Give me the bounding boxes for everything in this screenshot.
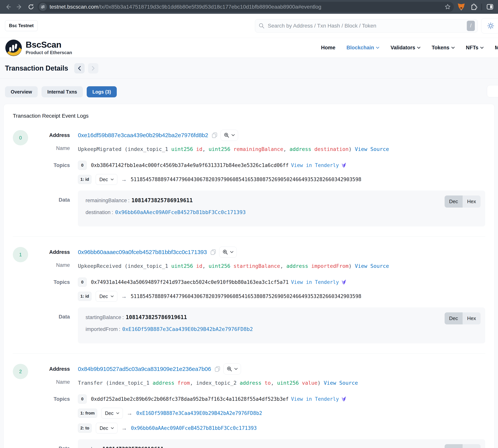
chevron-down-icon	[111, 295, 114, 297]
nav-more[interactable]: More	[495, 45, 498, 51]
sig-param: id	[196, 263, 202, 269]
address-label: Address	[32, 132, 70, 138]
log-address-link[interactable]: 0x84b9b910527ad5c03a9ca831909e21e236ea7b…	[78, 366, 211, 372]
data-box: value:1081473825786919611 Dec Hex	[78, 439, 485, 448]
topics-label: Topics	[32, 396, 70, 402]
zoom-in-icon	[224, 132, 230, 138]
bscscan-logo-mark	[5, 39, 22, 56]
nav-tokens[interactable]: Tokens	[432, 45, 455, 51]
arrow-right-glyph: →	[127, 410, 133, 416]
dec-hex-toggle: Dec Hex	[445, 195, 481, 208]
theme-toggle-button[interactable]	[481, 18, 498, 33]
colon: :	[121, 314, 126, 321]
browser-back-button[interactable]	[3, 2, 13, 12]
log-address-link[interactable]: 0xe16df59b887e3caa439e0b29b42ba2e7976fd8…	[78, 132, 208, 139]
sig-text: ,	[283, 146, 290, 152]
prev-txn-button[interactable]	[74, 63, 84, 73]
search-input[interactable]	[268, 23, 464, 29]
copy-address-button[interactable]	[214, 366, 221, 372]
sig-text: Transfer (index_topic_1	[78, 380, 152, 386]
next-txn-button[interactable]	[88, 63, 98, 73]
side-panel-icon[interactable]	[486, 3, 494, 11]
browser-address-bar[interactable]: testnet.bscscan.com/tx/0x85b3a147518719d…	[37, 2, 454, 12]
dec-button[interactable]: Dec	[445, 312, 463, 324]
colon: :	[118, 325, 122, 333]
tenderly-icon	[341, 162, 347, 168]
url-text: testnet.bscscan.com/tx/0x85b3a147518719d…	[50, 4, 442, 10]
data-label: Data	[32, 307, 70, 320]
topic-decoder-select[interactable]: Dec	[96, 291, 117, 302]
sig-text: ,	[202, 146, 209, 152]
hex-button[interactable]: Hex	[463, 444, 481, 448]
metamask-icon[interactable]	[457, 3, 465, 11]
search-box[interactable]: /	[255, 19, 478, 32]
nav-home[interactable]: Home	[321, 45, 335, 51]
topics-label: Topics	[32, 279, 70, 285]
extensions-puzzle-icon[interactable]	[469, 3, 477, 11]
tenderly-icon	[341, 396, 347, 402]
main-nav: Home Blockchain Validators Tokens NFTs M…	[321, 45, 498, 51]
view-source-link[interactable]: View Source	[324, 380, 358, 386]
address-label: Address	[32, 249, 70, 255]
nav-validators[interactable]: Validators	[390, 45, 420, 51]
topic-decoder-select[interactable]: Dec	[101, 408, 123, 418]
data-row: importedFrom:0xE16Df59B887e3Caa439E0b29B…	[85, 325, 478, 333]
browser-refresh-button[interactable]	[26, 2, 36, 12]
data-key: remainingBalance	[85, 197, 127, 204]
sig-type: uint256	[171, 263, 196, 269]
colon: :	[98, 445, 103, 448]
sig-text: ,	[202, 263, 209, 269]
view-in-tenderly-link[interactable]: View in Tenderly	[291, 279, 339, 285]
address-inspect-button[interactable]	[220, 130, 238, 141]
view-in-tenderly-link[interactable]: View in Tenderly	[291, 396, 339, 402]
topic-index-badge: 1: id	[78, 175, 91, 184]
topic-index-badge: 0	[78, 278, 87, 287]
copy-address-button[interactable]	[211, 132, 218, 139]
topic-value-link[interactable]: 0x96bb60aAAec09A0FceB4527b81bbF3Cc0c1713…	[131, 425, 257, 431]
nav-blockchain[interactable]: Blockchain	[347, 45, 379, 51]
copy-address-button[interactable]	[210, 249, 216, 255]
chevron-down-icon	[480, 47, 484, 49]
view-source-link[interactable]: View Source	[355, 146, 389, 152]
browser-forward-button[interactable]	[15, 2, 24, 12]
data-value: 1081473825786919611	[102, 445, 164, 448]
data-value-link[interactable]: 0xE16Df59B887e3Caa439E0b29B42bA2e7976FD8…	[122, 325, 253, 333]
topic-value-link[interactable]: 0xE16Df59B887e3Caa439E0b29B42bA2e7976FD8…	[136, 410, 262, 416]
sig-type: address	[289, 146, 314, 152]
event-logs-card: Transaction Receipt Event Logs 0 Address…	[3, 104, 495, 448]
bookmark-star-icon[interactable]	[444, 3, 451, 10]
address-inspect-button[interactable]	[219, 247, 237, 258]
event-signature: UpkeepReceived (index_topic_1 uint256 id…	[78, 262, 389, 270]
view-source-link[interactable]: View Source	[355, 263, 389, 269]
search-area: /	[255, 18, 498, 33]
tabs-overflow-button[interactable]	[487, 85, 498, 97]
bscscan-logo[interactable]: BscScan Product of Etherscan	[5, 39, 72, 56]
data-value-link[interactable]: 0x96bb60aAAec09A0FceB4527b81bbF3Cc0c1713…	[115, 208, 246, 216]
topic-decoder-select[interactable]: Dec	[96, 423, 117, 433]
view-in-tenderly-link[interactable]: View in Tenderly	[291, 162, 339, 168]
chevron-down-icon	[417, 47, 420, 49]
dec-button[interactable]: Dec	[445, 195, 463, 208]
hex-button[interactable]: Hex	[463, 312, 481, 324]
address-inspect-button[interactable]	[223, 364, 241, 375]
nav-nfts[interactable]: NFTs	[466, 45, 484, 51]
tab-logs[interactable]: Logs (3)	[87, 86, 117, 97]
tab-internal-txns[interactable]: Internal Txns	[42, 86, 83, 97]
topic-decoder-select[interactable]: Dec	[96, 174, 117, 185]
search-icon	[259, 23, 265, 29]
copy-icon	[214, 366, 221, 372]
data-key: destination	[85, 208, 111, 216]
site-settings-icon[interactable]	[39, 3, 47, 11]
data-row: value:1081473825786919611	[85, 445, 478, 448]
refresh-icon	[28, 3, 34, 10]
page-title-row: Transaction Details	[0, 58, 498, 79]
hex-button[interactable]: Hex	[463, 195, 481, 208]
tab-overview[interactable]: Overview	[5, 86, 38, 97]
dec-button[interactable]: Dec	[445, 444, 463, 448]
log-index-column: 2	[13, 364, 32, 448]
zoom-in-icon	[227, 366, 232, 372]
chevron-right-icon	[91, 66, 95, 71]
network-badge[interactable]: Bsc Testnet	[5, 20, 38, 31]
log-address-link[interactable]: 0x96bb60aaaec09a0fceb4527b81bbf3cc0c1713…	[78, 249, 207, 255]
data-label: Data	[32, 439, 70, 448]
